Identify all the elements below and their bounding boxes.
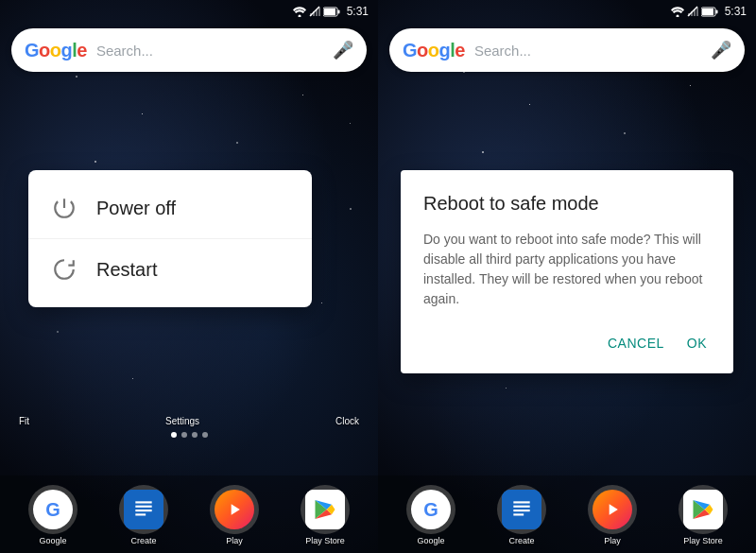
dot-1 <box>171 432 177 438</box>
shortcut-fit: Fit <box>19 416 29 426</box>
power-menu-dialog: Power off Restart <box>28 170 312 307</box>
right-screen: 5:31 Google Search... 🎤 Reboot to safe m… <box>378 0 756 553</box>
svg-rect-9 <box>135 501 151 503</box>
dock-item-google-right[interactable]: G Google <box>393 485 469 545</box>
svg-rect-24 <box>513 506 529 508</box>
dot-2 <box>181 432 187 438</box>
dock-item-playstore-right[interactable]: Play Store <box>665 485 741 545</box>
playstore-icon-inner <box>305 490 345 529</box>
dock-icons-right: G Google Create <box>378 481 756 549</box>
dot-3 <box>192 432 198 438</box>
dock-right: G Google Create <box>378 475 756 553</box>
create-app-icon-right[interactable] <box>497 485 546 534</box>
svg-rect-7 <box>324 9 335 15</box>
svg-rect-26 <box>513 513 524 515</box>
dot-4 <box>202 432 208 438</box>
search-bar-left[interactable]: Google Search... 🎤 <box>11 28 367 72</box>
svg-rect-10 <box>135 506 151 508</box>
svg-rect-8 <box>337 9 339 13</box>
status-bar-right: 5:31 <box>378 0 756 23</box>
dock-item-playstore-left[interactable]: Play Store <box>287 485 363 545</box>
play-icon-inner-right <box>593 490 632 529</box>
wifi-icon <box>293 7 306 17</box>
dock-item-play-right[interactable]: Play <box>575 485 650 545</box>
power-off-item[interactable]: Power off <box>28 178 312 239</box>
battery-icon <box>323 7 340 17</box>
create-icon-inner-right <box>502 490 541 529</box>
create-icon-inner <box>124 490 163 529</box>
google-app-icon-left[interactable]: G <box>28 485 77 534</box>
playstore-label-right: Play Store <box>683 536 723 545</box>
google-label-right: Google <box>417 536 444 545</box>
battery-icon-right <box>701 7 718 17</box>
dialog-title: Reboot to safe mode <box>423 193 711 215</box>
playstore-icon-inner-right <box>683 490 723 529</box>
play-label-right: Play <box>604 536 621 545</box>
search-bar-right[interactable]: Google Search... 🎤 <box>389 28 745 72</box>
dock-item-play-left[interactable]: Play <box>197 485 272 545</box>
dialog-buttons: CANCEL OK <box>423 328 711 358</box>
google-logo-right: Google <box>403 40 465 61</box>
svg-rect-18 <box>696 8 698 16</box>
google-logo-left: Google <box>25 40 87 61</box>
left-screen: 5:31 Google Search... 🎤 Power off <box>0 0 378 553</box>
dock-item-google-left[interactable]: G Google <box>15 485 91 545</box>
dock-item-create-left[interactable]: Create <box>106 485 181 545</box>
dock-item-create-right[interactable]: Create <box>484 485 559 545</box>
status-bar-left: 5:31 <box>0 0 378 23</box>
power-off-label: Power off <box>96 198 176 219</box>
ok-button[interactable]: OK <box>683 328 711 358</box>
restart-label: Restart <box>96 259 157 281</box>
google-label-left: Google <box>39 536 66 545</box>
mic-icon-left[interactable]: 🎤 <box>333 40 353 60</box>
search-placeholder-right[interactable]: Search... <box>474 43 711 59</box>
wifi-icon-right <box>671 7 684 17</box>
google-icon-inner-right: G <box>411 490 451 529</box>
shortcut-clock: Clock <box>335 416 359 426</box>
status-icons-left: 5:31 <box>293 5 369 18</box>
power-off-icon <box>51 195 77 221</box>
playstore-label-left: Play Store <box>305 536 345 545</box>
mic-icon-right[interactable]: 🎤 <box>711 40 731 60</box>
svg-rect-23 <box>513 501 529 503</box>
shortcut-settings: Settings <box>165 416 199 426</box>
play-app-icon-left[interactable] <box>210 485 259 534</box>
reboot-dialog: Reboot to safe mode Do you want to reboo… <box>401 170 733 373</box>
create-label-left: Create <box>130 536 156 545</box>
svg-marker-13 <box>232 504 240 515</box>
signal-icon <box>309 6 320 17</box>
svg-rect-12 <box>135 513 146 515</box>
playstore-app-icon-right[interactable] <box>679 485 728 534</box>
svg-point-14 <box>676 14 679 17</box>
create-label-right: Create <box>508 536 534 545</box>
play-app-icon-right[interactable] <box>588 485 637 534</box>
svg-rect-22 <box>715 9 717 13</box>
dock-icons-left: G Google Create <box>0 481 378 549</box>
cancel-button[interactable]: CANCEL <box>604 328 668 358</box>
svg-point-0 <box>298 14 301 17</box>
bottom-shortcuts-left: Fit Settings Clock <box>0 416 378 426</box>
svg-rect-4 <box>318 8 320 16</box>
play-label-left: Play <box>226 536 243 545</box>
svg-rect-25 <box>513 510 529 511</box>
google-icon-inner: G <box>33 490 73 529</box>
page-dots-left <box>0 428 378 441</box>
time-right: 5:31 <box>725 5 747 18</box>
restart-item[interactable]: Restart <box>28 239 312 300</box>
dialog-body: Do you want to reboot into safe mode? Th… <box>423 230 711 309</box>
playstore-app-icon-left[interactable] <box>301 485 350 534</box>
svg-rect-11 <box>135 510 151 511</box>
signal-icon-right <box>687 6 698 17</box>
dock-left: G Google Create <box>0 475 378 553</box>
restart-icon <box>51 256 77 283</box>
search-placeholder-left[interactable]: Search... <box>96 43 333 59</box>
status-icons-right: 5:31 <box>671 5 747 18</box>
play-icon-inner <box>215 490 254 529</box>
svg-marker-27 <box>610 504 618 515</box>
google-app-icon-right[interactable]: G <box>406 485 455 534</box>
create-app-icon-left[interactable] <box>119 485 168 534</box>
time-left: 5:31 <box>347 5 369 18</box>
svg-rect-21 <box>702 9 713 15</box>
